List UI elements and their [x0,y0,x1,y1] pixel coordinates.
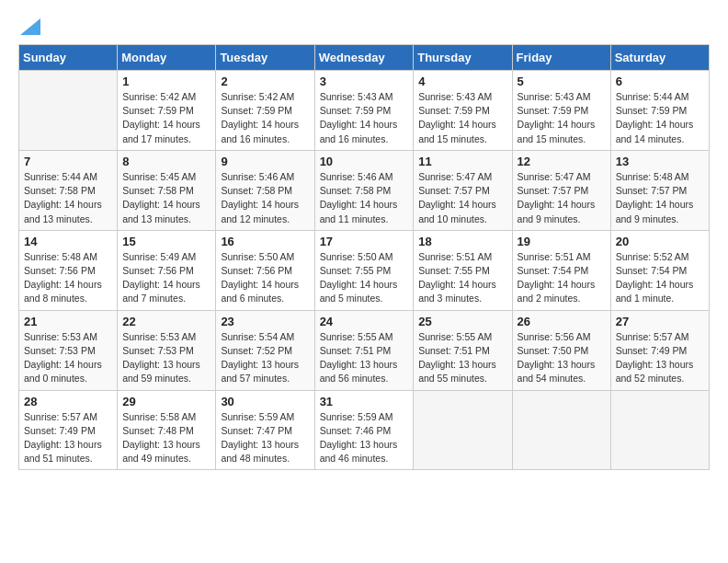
day-number: 29 [122,395,210,408]
calendar-cell: 3 Sunrise: 5:43 AMSunset: 7:59 PMDayligh… [314,71,414,151]
day-number: 2 [221,75,309,88]
day-number: 5 [518,75,606,88]
day-info: Sunrise: 5:47 AMSunset: 7:57 PMDaylight:… [518,170,606,226]
calendar-week-row: 7 Sunrise: 5:44 AMSunset: 7:58 PMDayligh… [19,150,710,230]
day-info: Sunrise: 5:48 AMSunset: 7:57 PMDaylight:… [616,170,704,226]
day-number: 22 [122,315,210,328]
calendar-cell: 11 Sunrise: 5:47 AMSunset: 7:57 PMDaylig… [414,150,512,230]
column-header-friday: Friday [512,45,610,71]
calendar-table: SundayMondayTuesdayWednesdayThursdayFrid… [18,44,710,470]
calendar-cell: 26 Sunrise: 5:56 AMSunset: 7:50 PMDaylig… [512,310,610,390]
day-info: Sunrise: 5:49 AMSunset: 7:56 PMDaylight:… [122,250,210,306]
day-info: Sunrise: 5:44 AMSunset: 7:58 PMDaylight:… [24,170,112,226]
calendar-cell: 27 Sunrise: 5:57 AMSunset: 7:49 PMDaylig… [610,310,709,390]
calendar-cell: 15 Sunrise: 5:49 AMSunset: 7:56 PMDaylig… [118,230,216,310]
day-number: 27 [616,315,704,328]
day-info: Sunrise: 5:51 AMSunset: 7:54 PMDaylight:… [518,250,606,306]
day-info: Sunrise: 5:43 AMSunset: 7:59 PMDaylight:… [320,90,409,146]
calendar-cell: 18 Sunrise: 5:51 AMSunset: 7:55 PMDaylig… [414,230,512,310]
day-info: Sunrise: 5:44 AMSunset: 7:59 PMDaylight:… [616,90,704,146]
calendar-cell: 20 Sunrise: 5:52 AMSunset: 7:54 PMDaylig… [610,230,709,310]
calendar-cell: 2 Sunrise: 5:42 AMSunset: 7:59 PMDayligh… [216,71,314,151]
day-info: Sunrise: 5:57 AMSunset: 7:49 PMDaylight:… [24,410,112,466]
day-number: 16 [221,235,309,248]
calendar-header-row: SundayMondayTuesdayWednesdayThursdayFrid… [19,45,710,71]
page-header [18,18,710,35]
calendar-cell: 5 Sunrise: 5:43 AMSunset: 7:59 PMDayligh… [512,71,610,151]
calendar-cell: 14 Sunrise: 5:48 AMSunset: 7:56 PMDaylig… [19,230,118,310]
day-number: 4 [418,75,506,88]
calendar-cell [512,390,610,470]
day-info: Sunrise: 5:53 AMSunset: 7:53 PMDaylight:… [24,330,112,386]
day-number: 21 [24,315,112,328]
calendar-cell: 9 Sunrise: 5:46 AMSunset: 7:58 PMDayligh… [216,150,314,230]
day-info: Sunrise: 5:42 AMSunset: 7:59 PMDaylight:… [122,90,210,146]
calendar-cell: 25 Sunrise: 5:55 AMSunset: 7:51 PMDaylig… [414,310,512,390]
logo-icon [20,18,40,35]
logo [18,18,40,35]
day-number: 28 [24,395,112,408]
calendar-cell [414,390,512,470]
calendar-cell: 23 Sunrise: 5:54 AMSunset: 7:52 PMDaylig… [216,310,314,390]
day-number: 3 [320,75,409,88]
calendar-cell: 12 Sunrise: 5:47 AMSunset: 7:57 PMDaylig… [512,150,610,230]
day-info: Sunrise: 5:52 AMSunset: 7:54 PMDaylight:… [616,250,704,306]
day-info: Sunrise: 5:55 AMSunset: 7:51 PMDaylight:… [418,330,506,386]
day-info: Sunrise: 5:54 AMSunset: 7:52 PMDaylight:… [221,330,309,386]
calendar-cell [610,390,709,470]
calendar-week-row: 21 Sunrise: 5:53 AMSunset: 7:53 PMDaylig… [19,310,710,390]
day-number: 13 [616,155,704,168]
day-info: Sunrise: 5:58 AMSunset: 7:48 PMDaylight:… [122,410,210,466]
day-number: 8 [122,155,210,168]
calendar-cell: 22 Sunrise: 5:53 AMSunset: 7:53 PMDaylig… [118,310,216,390]
column-header-saturday: Saturday [610,45,709,71]
day-info: Sunrise: 5:59 AMSunset: 7:46 PMDaylight:… [320,410,409,466]
calendar-cell: 29 Sunrise: 5:58 AMSunset: 7:48 PMDaylig… [118,390,216,470]
calendar-cell: 10 Sunrise: 5:46 AMSunset: 7:58 PMDaylig… [314,150,414,230]
calendar-cell: 13 Sunrise: 5:48 AMSunset: 7:57 PMDaylig… [610,150,709,230]
calendar-week-row: 28 Sunrise: 5:57 AMSunset: 7:49 PMDaylig… [19,390,710,470]
column-header-wednesday: Wednesday [314,45,414,71]
day-number: 10 [320,155,409,168]
day-number: 19 [518,235,606,248]
calendar-cell: 30 Sunrise: 5:59 AMSunset: 7:47 PMDaylig… [216,390,314,470]
calendar-cell [19,71,118,151]
day-number: 31 [320,395,409,408]
calendar-cell: 8 Sunrise: 5:45 AMSunset: 7:58 PMDayligh… [118,150,216,230]
day-number: 18 [418,235,506,248]
day-info: Sunrise: 5:45 AMSunset: 7:58 PMDaylight:… [122,170,210,226]
day-number: 11 [418,155,506,168]
day-number: 25 [418,315,506,328]
day-info: Sunrise: 5:42 AMSunset: 7:59 PMDaylight:… [221,90,309,146]
day-number: 6 [616,75,704,88]
day-info: Sunrise: 5:43 AMSunset: 7:59 PMDaylight:… [418,90,506,146]
day-info: Sunrise: 5:46 AMSunset: 7:58 PMDaylight:… [221,170,309,226]
day-number: 30 [221,395,309,408]
column-header-sunday: Sunday [19,45,118,71]
calendar-cell: 1 Sunrise: 5:42 AMSunset: 7:59 PMDayligh… [118,71,216,151]
day-number: 14 [24,235,112,248]
day-number: 20 [616,235,704,248]
calendar-cell: 17 Sunrise: 5:50 AMSunset: 7:55 PMDaylig… [314,230,414,310]
calendar-cell: 6 Sunrise: 5:44 AMSunset: 7:59 PMDayligh… [610,71,709,151]
day-number: 17 [320,235,409,248]
calendar-week-row: 14 Sunrise: 5:48 AMSunset: 7:56 PMDaylig… [19,230,710,310]
day-number: 1 [122,75,210,88]
day-number: 23 [221,315,309,328]
calendar-cell: 4 Sunrise: 5:43 AMSunset: 7:59 PMDayligh… [414,71,512,151]
day-number: 9 [221,155,309,168]
day-info: Sunrise: 5:50 AMSunset: 7:56 PMDaylight:… [221,250,309,306]
day-info: Sunrise: 5:51 AMSunset: 7:55 PMDaylight:… [418,250,506,306]
day-info: Sunrise: 5:59 AMSunset: 7:47 PMDaylight:… [221,410,309,466]
day-number: 15 [122,235,210,248]
day-info: Sunrise: 5:43 AMSunset: 7:59 PMDaylight:… [518,90,606,146]
day-info: Sunrise: 5:47 AMSunset: 7:57 PMDaylight:… [418,170,506,226]
day-info: Sunrise: 5:57 AMSunset: 7:49 PMDaylight:… [616,330,704,386]
column-header-monday: Monday [118,45,216,71]
calendar-cell: 19 Sunrise: 5:51 AMSunset: 7:54 PMDaylig… [512,230,610,310]
calendar-cell: 16 Sunrise: 5:50 AMSunset: 7:56 PMDaylig… [216,230,314,310]
calendar-cell: 28 Sunrise: 5:57 AMSunset: 7:49 PMDaylig… [19,390,118,470]
day-number: 24 [320,315,409,328]
calendar-cell: 24 Sunrise: 5:55 AMSunset: 7:51 PMDaylig… [314,310,414,390]
column-header-tuesday: Tuesday [216,45,314,71]
